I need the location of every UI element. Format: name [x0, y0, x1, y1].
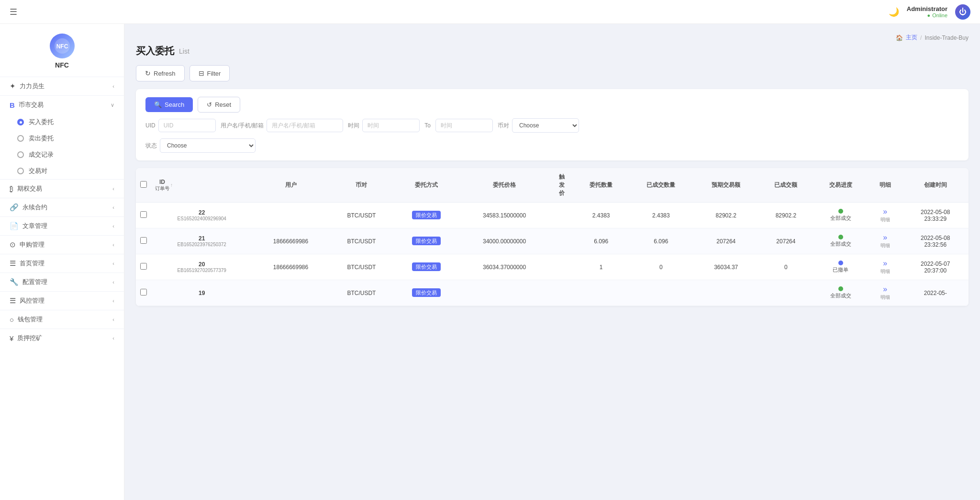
row-trigger [550, 228, 574, 254]
sell-delegate-radio [17, 135, 24, 142]
detail-text: 明细 [880, 217, 890, 222]
search-label: Search [165, 101, 184, 108]
sidebar-group-pledge[interactable]: ¥ 质押挖矿 ‹ [0, 329, 124, 347]
time-to-input[interactable] [435, 119, 493, 132]
perpetual-icon: 🔗 [10, 203, 19, 212]
row-checkbox[interactable] [140, 263, 147, 270]
search-row-fields: UID 用户名/手机/邮箱 时间 To 币对 Choose [145, 118, 959, 133]
row-method: 限价交易 [394, 254, 459, 280]
search-row-status: 状态 Choose [145, 138, 959, 153]
sidebar-group-config[interactable]: 🔧 配置管理 ‹ [0, 273, 124, 291]
detail-link[interactable]: » [883, 207, 887, 216]
status-select[interactable]: Choose [160, 138, 256, 153]
row-checkbox[interactable] [140, 237, 147, 244]
detail-link[interactable]: » [883, 233, 887, 241]
refresh-label: Refresh [154, 70, 176, 77]
reset-button[interactable]: ↺ Reset [198, 97, 240, 113]
sidebar-item-deal-record[interactable]: 成交记录 [0, 147, 124, 163]
sidebar-group-options[interactable]: ₿ 期权交易 ‹ [0, 180, 124, 198]
detail-text: 明细 [880, 295, 890, 300]
th-method: 委托方式 [394, 168, 459, 203]
filter-button[interactable]: ⊟ Filter [189, 65, 230, 81]
progress-dot [838, 261, 843, 265]
config-label: 配置管理 [22, 278, 47, 286]
config-icon: 🔧 [10, 278, 19, 286]
home-label: 首页管理 [20, 259, 45, 268]
sidebar-group-wallet[interactable]: ○ 钱包管理 ‹ [0, 310, 124, 329]
method-badge: 限价交易 [412, 288, 441, 297]
username-input[interactable] [267, 119, 343, 132]
row-method: 限价交易 [394, 228, 459, 254]
sidebar-section-coin-trade: B 币市交易 ∨ 买入委托 卖出委托 成交记录 交易对 [0, 95, 124, 179]
row-checkbox-cell [136, 203, 151, 228]
hamburger-icon[interactable]: ☰ [10, 7, 17, 17]
detail-link[interactable]: » [883, 259, 887, 267]
moon-icon[interactable]: 🌙 [889, 7, 899, 17]
filter-icon: ⊟ [199, 69, 204, 77]
reset-label: Reset [215, 101, 231, 108]
row-created: 2022-05-07 20:37:00 [902, 254, 969, 280]
row-progress: 已撤单 [813, 254, 868, 280]
row-price: 34583.15000000 [459, 203, 550, 228]
row-user: 18666669986 [253, 254, 329, 280]
main-layout: NFC NFC ✦ 力力员生 ‹ B 币市交易 ∨ [0, 24, 980, 500]
ipo-label: 申购管理 [20, 240, 45, 249]
sidebar-group-perpetual[interactable]: 🔗 永续合约 ‹ [0, 198, 124, 216]
th-id: ID 订单号 ↑ [151, 168, 253, 203]
progress-label: 全部成交 [830, 215, 851, 222]
uid-input[interactable] [158, 119, 216, 132]
search-button[interactable]: 🔍 Search [145, 97, 193, 112]
sidebar-item-buy-delegate[interactable]: 买入委托 [0, 114, 124, 130]
select-all-checkbox[interactable] [140, 181, 147, 188]
row-id: 22 ES1652024009296904 [151, 203, 253, 228]
sidebar-group-coin-trade[interactable]: B 币市交易 ∨ [0, 96, 124, 114]
sidebar-group-ipo[interactable]: ⊙ 申购管理 ‹ [0, 236, 124, 254]
refresh-button[interactable]: ↻ Refresh [136, 65, 185, 81]
row-checkbox[interactable] [140, 211, 147, 218]
logo-label: NFC [55, 61, 69, 69]
sidebar-item-sell-delegate[interactable]: 卖出委托 [0, 130, 124, 147]
detail-link[interactable]: » [883, 285, 887, 293]
force-user-chevron: ‹ [112, 83, 114, 89]
th-deal-qty: 已成交数量 [628, 168, 693, 203]
breadcrumb-home-link[interactable]: 主页 [906, 34, 917, 42]
filter-label: Filter [207, 70, 221, 77]
page-title: 买入委托 [136, 45, 174, 57]
sidebar-section-perpetual: 🔗 永续合约 ‹ [0, 198, 124, 216]
sidebar-group-force-user[interactable]: ✦ 力力员生 ‹ [0, 77, 124, 95]
wallet-chevron: ‹ [112, 317, 114, 322]
sell-delegate-label: 卖出委托 [29, 134, 54, 143]
row-deal-amount [758, 280, 813, 306]
row-price: 34000.00000000 [459, 228, 550, 254]
sidebar-item-trade-pair[interactable]: 交易对 [0, 163, 124, 179]
row-deal-amount: 82902.2 [758, 203, 813, 228]
currency-select[interactable]: Choose [512, 118, 579, 133]
row-checkbox-cell [136, 280, 151, 306]
currency-label: 币对 [498, 122, 509, 130]
row-est-amount: 207264 [693, 228, 758, 254]
perpetual-label: 永续合约 [22, 203, 47, 212]
row-created: 2022-05-08 23:33:29 [902, 203, 969, 228]
buy-delegate-radio [17, 119, 24, 125]
sidebar-section-force-user: ✦ 力力员生 ‹ [0, 77, 124, 95]
row-checkbox[interactable] [140, 289, 147, 295]
progress-label: 全部成交 [830, 292, 851, 299]
coin-trade-chevron: ∨ [111, 102, 114, 108]
refresh-icon: ↻ [145, 69, 151, 77]
row-detail: » 明细 [868, 254, 902, 280]
time-from-input[interactable] [362, 119, 420, 132]
sidebar-group-risk[interactable]: ☰ 风控管理 ‹ [0, 292, 124, 310]
sidebar-group-article[interactable]: 📄 文章管理 ‹ [0, 217, 124, 235]
method-badge: 限价交易 [412, 237, 441, 245]
table-row: 20 EB1651927020577379 18666669986 BTC/US… [136, 254, 969, 280]
pledge-icon: ¥ [10, 334, 13, 342]
sidebar-group-home[interactable]: ☰ 首页管理 ‹ [0, 254, 124, 273]
sidebar-section-config: 🔧 配置管理 ‹ [0, 273, 124, 291]
row-qty: 1 [574, 254, 628, 280]
th-orderno-label: 订单号 [155, 185, 169, 192]
trade-pair-radio [17, 168, 24, 174]
detail-text: 明细 [880, 243, 890, 248]
th-id-label: ID [155, 179, 169, 185]
power-button[interactable]: ⏻ [955, 4, 970, 20]
row-progress: 全部成交 [813, 228, 868, 254]
